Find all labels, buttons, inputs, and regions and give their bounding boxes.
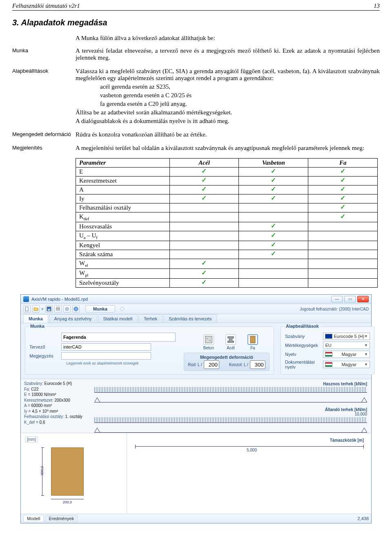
- check-icon: [201, 178, 207, 183]
- check-icon: [340, 196, 346, 201]
- save-button[interactable]: [45, 305, 53, 313]
- svg-text:i: i: [76, 307, 76, 311]
- toolbar: ▾ i Munka Jogosult felhasználó: (2000) I…: [21, 304, 371, 314]
- check-icon: [271, 187, 276, 192]
- help-button[interactable]: i: [72, 305, 80, 313]
- cross-section-drawing: 300,0 200,0: [39, 445, 96, 510]
- hu-flag-icon: [325, 352, 332, 357]
- status-tab-eredmenyek[interactable]: Eredmények: [45, 515, 78, 522]
- table-row: Wpl: [76, 269, 378, 279]
- konzol-ratio-input[interactable]: [250, 360, 265, 369]
- check-icon: [271, 242, 276, 247]
- check-icon: [340, 214, 346, 219]
- check-icon: [340, 178, 346, 183]
- settings-button[interactable]: [63, 305, 71, 313]
- page-number: 13: [374, 2, 380, 9]
- table-row: Felhasználási osztály: [76, 203, 378, 212]
- section-unit: [mm]: [25, 436, 38, 443]
- status-tab-modell[interactable]: Modell: [23, 515, 44, 522]
- tab-munka[interactable]: Munka: [23, 314, 48, 323]
- settings-group: Alapbeállítások Szabvány Eurocode 5 (H)▼…: [281, 326, 374, 375]
- svg-rect-0: [25, 307, 28, 311]
- check-icon: [201, 261, 207, 266]
- project-name-input[interactable]: [61, 333, 176, 342]
- table-row: Kdef: [76, 212, 378, 222]
- language-label: Nyelv: [285, 352, 321, 357]
- status-value: 2,438: [357, 516, 369, 521]
- dead-load-value: 10,000: [94, 412, 367, 416]
- live-load-label: Hasznos terhek [kN/m]: [94, 382, 367, 386]
- designer-input[interactable]: [61, 343, 151, 351]
- material-fa[interactable]: Fa: [247, 334, 258, 350]
- section-heading: 3. Alapadatok megadása: [12, 18, 380, 27]
- window-title: AxisVM rapido - Modell1.rpd: [31, 297, 331, 302]
- svg-point-6: [67, 309, 68, 310]
- alapbeallitasok-body: Válassza ki a megfelelő szabványt (EC, S…: [76, 68, 380, 126]
- rud-ratio-input[interactable]: [204, 360, 219, 369]
- check-icon: [340, 205, 346, 210]
- munka-group-title: Munka: [29, 324, 46, 329]
- close-button[interactable]: ✕: [357, 296, 369, 302]
- table-row: Wel: [76, 259, 378, 269]
- tab-szamitas[interactable]: Számítás és tervezés: [163, 314, 217, 323]
- active-tab-pill: Munka: [85, 305, 115, 313]
- support-left-icon: [94, 428, 100, 433]
- maximize-button[interactable]: ▭: [344, 296, 356, 302]
- settings-group-title: Alapbeállítások: [284, 324, 321, 329]
- span-panel: Támaszközök [m] 5,000: [127, 433, 371, 514]
- check-icon: [201, 169, 207, 174]
- alapbeallitasok-label: Alapbeállítások: [12, 68, 76, 74]
- page-header: Felhasználói útmutató v2r1 13: [12, 2, 380, 11]
- license-text: Jogosult felhasználó: (2000) InterCAD: [300, 307, 369, 311]
- new-file-button[interactable]: [23, 305, 31, 313]
- check-icon: [201, 196, 207, 201]
- units-select[interactable]: EU▼: [323, 342, 370, 349]
- svg-rect-3: [56, 308, 60, 310]
- parameter-table: Paraméter Acél Vasbeton Fa E Keresztmets…: [76, 158, 378, 288]
- note-input[interactable]: [61, 352, 151, 360]
- open-file-button[interactable]: [32, 305, 40, 313]
- material-acel[interactable]: Acél: [225, 334, 236, 350]
- check-icon: [271, 224, 276, 228]
- munka-body: A tervezési feladat elnevezése, a tervez…: [76, 47, 380, 63]
- note-label: Megjegyzés: [29, 353, 61, 358]
- svg-rect-12: [250, 336, 255, 343]
- check-icon: [201, 187, 207, 192]
- table-row: A: [76, 186, 378, 194]
- standard-label: Szabvány: [285, 334, 321, 339]
- table-row: Keresztmetszet: [76, 177, 378, 186]
- tab-statikai[interactable]: Statikai modell: [98, 314, 138, 323]
- munka-group: Munka Tervező: [25, 326, 274, 375]
- language-select[interactable]: Magyar▼: [323, 351, 370, 358]
- titlebar: AxisVM rapido - Modell1.rpd — ▭ ✕: [21, 295, 371, 304]
- check-icon: [271, 169, 276, 174]
- table-row: Ua – Uf: [76, 231, 378, 241]
- deformacio-label: Megengedett deformáció: [12, 131, 76, 137]
- svg-point-11: [209, 340, 210, 341]
- th-vasbeton: Vasbeton: [239, 159, 308, 168]
- table-row: Iy: [76, 194, 378, 203]
- support-left-icon: [94, 398, 100, 402]
- check-icon: [271, 178, 276, 183]
- svg-rect-4: [57, 307, 59, 308]
- munka-label: Munka: [12, 47, 76, 54]
- span-label: Támaszközök [m]: [330, 438, 364, 443]
- th-parameter: Paraméter: [76, 159, 170, 168]
- eu-flag-icon: [325, 334, 332, 339]
- check-icon: [271, 233, 276, 238]
- table-row: Szelvényosztály: [76, 279, 378, 288]
- doclang-select[interactable]: Magyar▼: [323, 361, 370, 368]
- tab-anyag[interactable]: Anyag és szelvény: [49, 314, 97, 323]
- doclang-label: Dokumentálási nyelv: [285, 360, 321, 369]
- tab-terhek[interactable]: Terhek: [138, 314, 163, 323]
- standard-select[interactable]: Eurocode 5 (H)▼: [323, 333, 370, 340]
- minimize-button[interactable]: —: [331, 296, 343, 302]
- support-right-icon: [361, 398, 367, 402]
- svg-point-10: [207, 338, 207, 339]
- th-acel: Acél: [169, 159, 239, 168]
- beam-diagram: Hasznos terhek [kN/m] Állandó terhek [kN…: [90, 379, 371, 433]
- print-button[interactable]: [54, 305, 62, 313]
- material-beton[interactable]: Beton: [203, 334, 214, 350]
- status-bar: Modell Eredmények 2,438: [21, 514, 371, 523]
- table-row: Szárak száma: [76, 250, 378, 259]
